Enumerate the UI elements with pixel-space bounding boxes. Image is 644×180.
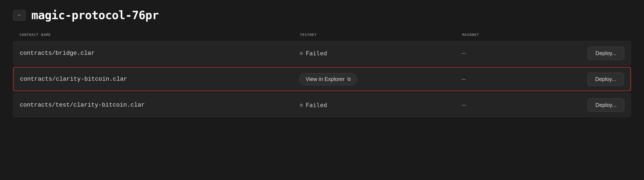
table-container: CONTRACT NAME TESTNET MAINNET contracts/… [13, 33, 631, 117]
mainnet-status: – [462, 75, 570, 83]
table-row: contracts/test/clarity-bitcoin.clar ⊙ Fa… [13, 93, 631, 117]
testnet-explorer-cell: View in Explorer ⧉ [299, 73, 462, 85]
table-row: contracts/bridge.clar ⊙ Failed – Deploy.… [13, 41, 631, 65]
testnet-status-failed: ⊙ Failed [300, 102, 462, 108]
page-title: magic-protocol-76pr [31, 9, 159, 22]
col-header-testnet: TESTNET [300, 33, 462, 37]
col-header-mainnet: MAINNET [462, 33, 570, 37]
external-link-icon: ⧉ [347, 76, 351, 82]
col-header-action [570, 33, 625, 37]
view-explorer-label: View in Explorer [306, 76, 345, 82]
page-container: ← magic-protocol-76pr CONTRACT NAME TEST… [0, 0, 644, 127]
mainnet-status: – [462, 101, 570, 109]
back-button[interactable]: ← [13, 10, 26, 21]
failed-icon: ⊙ [300, 102, 303, 108]
deploy-button[interactable]: Deploy... [587, 73, 624, 86]
contract-name: contracts/bridge.clar [20, 50, 300, 57]
failed-label: Failed [306, 50, 327, 57]
deploy-button[interactable]: Deploy... [588, 47, 624, 60]
deploy-button[interactable]: Deploy... [588, 99, 624, 112]
table-header: CONTRACT NAME TESTNET MAINNET [13, 33, 631, 40]
testnet-status-failed: ⊙ Failed [300, 50, 462, 57]
contract-name: contracts/clarity-bitcoin.clar [20, 76, 299, 83]
view-in-explorer-button[interactable]: View in Explorer ⧉ [299, 73, 357, 85]
contract-name: contracts/test/clarity-bitcoin.clar [20, 102, 300, 108]
mainnet-status: – [462, 49, 570, 57]
failed-icon: ⊙ [300, 50, 303, 56]
failed-label: Failed [306, 102, 327, 108]
table-row-highlighted: contracts/clarity-bitcoin.clar View in E… [13, 67, 631, 91]
col-header-contract: CONTRACT NAME [19, 33, 300, 37]
header: ← magic-protocol-76pr [13, 9, 631, 22]
